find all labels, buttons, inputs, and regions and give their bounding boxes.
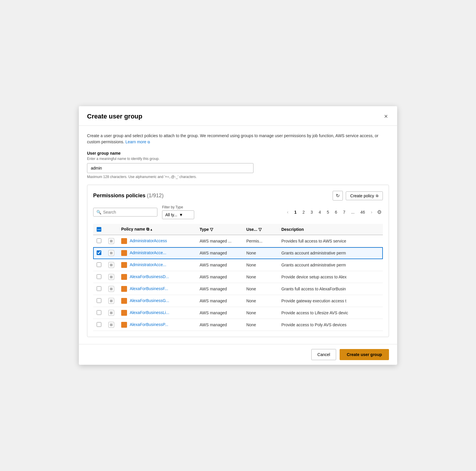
table-row: ⊞ AlexaForBusinessLi... AWS managed None… [93,307,383,319]
search-box[interactable]: 🔍 [93,208,157,217]
policy-icon [121,274,127,280]
close-button[interactable]: × [383,112,389,121]
cancel-button[interactable]: Cancel [311,349,336,360]
row-checkbox[interactable] [97,310,101,315]
expand-row-button[interactable]: ⊞ [108,298,114,304]
policy-name-link[interactable]: AdministratorAcce... [130,262,166,267]
pagination: ‹ 1 2 3 4 5 6 7 ... 46 › ⚙ [285,208,383,217]
page-5-button[interactable]: 5 [324,209,331,216]
page-4-button[interactable]: 4 [316,209,323,216]
policy-name-link[interactable]: AlexaForBusinessF... [130,286,168,291]
row-expand-cell[interactable]: ⊞ [105,283,118,295]
page-ellipsis: ... [349,209,357,216]
row-checkbox-cell[interactable] [93,307,105,319]
row-checkbox-cell[interactable] [93,283,105,295]
user-group-name-hint: Enter a meaningful name to identify this… [87,157,389,161]
type-select[interactable]: All ty... ▼ [162,210,194,219]
policy-name-link[interactable]: AlexaForBusinessD... [130,274,169,279]
page-6-button[interactable]: 6 [333,209,340,216]
table-row: ⊞ AlexaForBusinessG... AWS managed None … [93,295,383,307]
policy-name-link[interactable]: AlexaForBusinessG... [130,298,169,303]
create-user-group-button[interactable]: Create user group [340,349,389,360]
row-checkbox-cell[interactable] [93,319,105,331]
type-header[interactable]: Type ▽ [196,224,243,235]
use-cell: None [243,319,278,331]
type-cell: AWS managed [196,271,243,283]
row-checkbox-cell[interactable] [93,259,105,271]
type-cell: AWS managed [196,247,243,259]
create-policy-button[interactable]: Create policy [346,191,383,200]
description-cell: Provide gateway execution access t [278,295,383,307]
type-cell: AWS managed ... [196,235,243,247]
user-group-name-input[interactable] [87,163,253,173]
row-checkbox[interactable] [97,322,101,327]
page-2-button[interactable]: 2 [300,209,307,216]
row-checkbox-cell[interactable] [93,247,105,259]
row-expand-cell[interactable]: ⊞ [105,271,118,283]
policy-icon [121,238,127,244]
table-header-row: — Policy name ⧉ Type ▽ Use... ▽ Descript… [93,224,383,235]
table-row: ⊞ AlexaForBusinessP... AWS managed None … [93,319,383,331]
description-cell: Grants account administrative perm [278,247,383,259]
filter-by-type-label: Filter by Type [162,205,194,209]
chevron-down-icon: ▼ [179,212,183,217]
page-3-button[interactable]: 3 [308,209,315,216]
policy-icon [121,286,127,292]
row-expand-cell[interactable]: ⊞ [105,319,118,331]
policy-name-link[interactable]: AlexaForBusinessP... [130,322,168,327]
description-cell: Grants account administrative perm [278,259,383,271]
page-46-button[interactable]: 46 [358,209,367,216]
expand-row-button[interactable]: ⊞ [108,250,114,256]
policy-name-link[interactable]: AlexaForBusinessLi... [130,310,169,315]
row-checkbox[interactable] [97,286,101,291]
page-7-button[interactable]: 7 [341,209,348,216]
policy-name-link[interactable]: AdministratorAcce... [130,250,166,255]
row-checkbox-cell[interactable] [93,271,105,283]
row-checkbox-cell[interactable] [93,235,105,247]
row-checkbox[interactable] [97,262,101,267]
use-header[interactable]: Use... ▽ [243,224,278,235]
row-checkbox[interactable] [97,238,101,243]
type-cell: AWS managed [196,307,243,319]
row-checkbox-cell[interactable] [93,295,105,307]
use-cell: None [243,283,278,295]
row-checkbox[interactable] [97,250,101,255]
row-checkbox[interactable] [97,274,101,279]
select-all-checkbox[interactable]: — [97,227,101,232]
learn-more-link[interactable]: Learn more [125,139,150,145]
expand-row-button[interactable]: ⊞ [108,262,114,268]
select-all-header[interactable]: — [93,224,105,235]
policy-icon [121,310,127,316]
row-expand-cell[interactable]: ⊞ [105,307,118,319]
char-hint: Maximum 128 characters. Use alphanumeric… [87,175,389,179]
row-expand-cell[interactable]: ⊞ [105,295,118,307]
policy-name-cell: AlexaForBusinessF... [118,283,196,295]
permissions-header: Permissions policies (1/912) ↻ Create po… [93,191,383,200]
expand-row-button[interactable]: ⊞ [108,310,114,316]
use-cell: None [243,307,278,319]
policy-name-cell: AlexaForBusinessP... [118,319,196,331]
expand-row-button[interactable]: ⊞ [108,322,114,328]
row-expand-cell[interactable]: ⊞ [105,259,118,271]
type-cell: AWS managed [196,319,243,331]
row-checkbox[interactable] [97,298,101,303]
search-input[interactable] [103,210,154,214]
next-page-button[interactable]: › [369,208,375,216]
expand-row-button[interactable]: ⊞ [108,274,114,280]
refresh-button[interactable]: ↻ [333,191,343,200]
prev-page-button[interactable]: ‹ [285,208,291,216]
filter-row: 🔍 Filter by Type All ty... ▼ ‹ 1 2 3 [93,205,383,219]
settings-icon[interactable]: ⚙ [376,208,383,217]
policy-name-header[interactable]: Policy name ⧉ [118,224,196,235]
row-expand-cell[interactable]: ⊞ [105,247,118,259]
policy-name-cell: AlexaForBusinessD... [118,271,196,283]
policy-name-link[interactable]: AdministratorAccess [130,238,167,243]
expand-row-button[interactable]: ⊞ [108,238,114,244]
search-icon: 🔍 [96,210,101,214]
page-1-button[interactable]: 1 [292,209,299,216]
use-cell: None [243,295,278,307]
row-expand-cell[interactable]: ⊞ [105,235,118,247]
expand-row-button[interactable]: ⊞ [108,286,114,292]
description-header: Description [278,224,383,235]
use-cell: None [243,271,278,283]
